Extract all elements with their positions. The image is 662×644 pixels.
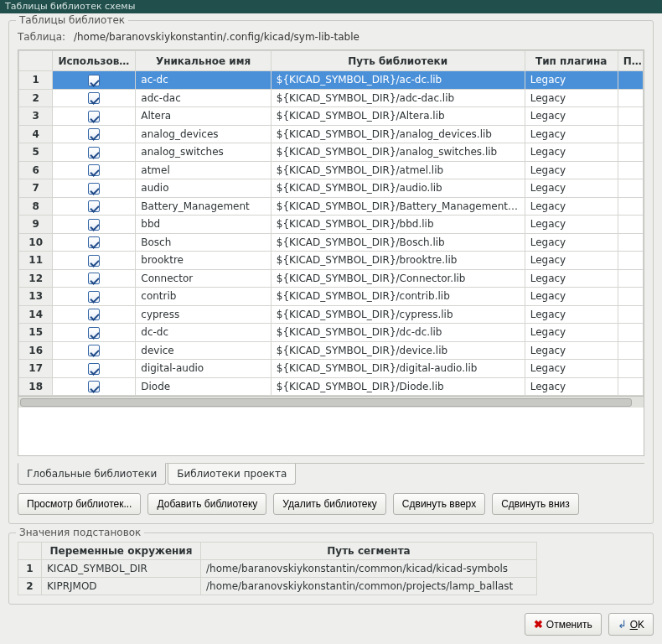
cell-type[interactable]: Legacy (525, 341, 618, 360)
add-button[interactable]: Добавить библиотеку (147, 493, 266, 515)
checkbox-icon[interactable] (88, 147, 100, 158)
cell-type[interactable]: Legacy (525, 197, 618, 216)
table-row[interactable]: 9bbd${KICAD_SYMBOL_DIR}/bbd.libLegacy (19, 216, 644, 234)
table-row[interactable]: 1KICAD_SYMBOL_DIR/home/baranovskiykonsta… (18, 560, 537, 578)
cell-path[interactable]: ${KICAD_SYMBOL_DIR}/atmel.lib (271, 161, 525, 179)
table-row[interactable]: 10Bosch${KICAD_SYMBOL_DIR}/Bosch.libLega… (19, 233, 644, 252)
checkbox-icon[interactable] (88, 183, 100, 195)
cell-type[interactable]: Legacy (525, 233, 618, 252)
cell-use[interactable] (53, 161, 136, 179)
cell-use[interactable] (53, 341, 136, 360)
cell-name[interactable]: dc-dc (136, 324, 272, 342)
cell-path[interactable]: ${KICAD_SYMBOL_DIR}/Altera.lib (271, 107, 525, 126)
row-header[interactable]: 1 (18, 560, 42, 578)
row-header[interactable]: 18 (19, 377, 53, 396)
cell-type[interactable]: Legacy (525, 305, 618, 324)
tab-global[interactable]: Глобальные библиотеки (18, 463, 166, 485)
cell-path[interactable]: ${KICAD_SYMBOL_DIR}/Battery_Management.l… (271, 197, 525, 216)
cell-name[interactable]: Altera (136, 107, 272, 126)
cell-use[interactable] (53, 360, 136, 378)
cell-name[interactable]: contrib (136, 288, 272, 306)
horizontal-scrollbar[interactable] (18, 396, 644, 408)
cell-use[interactable] (53, 252, 136, 270)
cell-type[interactable]: Legacy (525, 125, 618, 143)
checkbox-icon[interactable] (88, 309, 100, 320)
cell-name[interactable]: brooktre (136, 252, 272, 270)
table-row[interactable]: 17digital-audio${KICAD_SYMBOL_DIR}/digit… (19, 360, 644, 378)
cell-path[interactable]: ${KICAD_SYMBOL_DIR}/contrib.lib (271, 288, 525, 306)
checkbox-icon[interactable] (88, 92, 100, 104)
cell-use[interactable] (53, 324, 136, 342)
row-header[interactable]: 8 (19, 197, 53, 216)
cell-path[interactable]: ${KICAD_SYMBOL_DIR}/analog_devices.lib (271, 125, 525, 143)
cell-use[interactable] (53, 89, 136, 107)
ok-button[interactable]: ↲ OK (608, 613, 654, 636)
checkbox-icon[interactable] (88, 381, 100, 392)
cell-type[interactable]: Legacy (525, 377, 618, 396)
cell-pa[interactable] (618, 107, 643, 126)
cell-use[interactable] (53, 125, 136, 143)
table-row[interactable]: 14cypress${KICAD_SYMBOL_DIR}/cypress.lib… (19, 305, 644, 324)
checkbox-icon[interactable] (88, 75, 100, 86)
checkbox-icon[interactable] (88, 273, 100, 284)
cell-path[interactable]: ${KICAD_SYMBOL_DIR}/analog_switches.lib (271, 143, 525, 162)
checkbox-icon[interactable] (88, 164, 100, 176)
table-row[interactable]: 4analog_devices${KICAD_SYMBOL_DIR}/analo… (19, 125, 644, 143)
cell-name[interactable]: adc-dac (136, 89, 272, 107)
cell-use[interactable] (53, 143, 136, 162)
cell-path[interactable]: ${KICAD_SYMBOL_DIR}/cypress.lib (271, 305, 525, 324)
row-header[interactable]: 17 (19, 360, 53, 378)
cell-path[interactable]: ${KICAD_SYMBOL_DIR}/audio.lib (271, 179, 525, 198)
cell-use[interactable] (53, 377, 136, 396)
table-row[interactable]: 2KIPRJMOD/home/baranovskiykonstantin/com… (18, 578, 537, 595)
substitution-grid[interactable]: Переменные окружения Путь сегмента 1KICA… (18, 542, 537, 595)
cell-path[interactable]: ${KICAD_SYMBOL_DIR}/Bosch.lib (271, 233, 525, 252)
checkbox-icon[interactable] (88, 255, 100, 267)
cell-use[interactable] (53, 197, 136, 216)
cell-var[interactable]: KIPRJMOD (42, 578, 201, 595)
cell-seg-path[interactable]: /home/baranovskiykonstantin/common/proje… (201, 578, 537, 595)
cell-name[interactable]: digital-audio (136, 360, 272, 378)
row-header[interactable]: 3 (19, 107, 53, 126)
col-name-header[interactable]: Уникальное имя (136, 51, 272, 71)
cell-path[interactable]: ${KICAD_SYMBOL_DIR}/dc-dc.lib (271, 324, 525, 342)
cell-type[interactable]: Legacy (525, 269, 618, 288)
cell-use[interactable] (53, 288, 136, 306)
row-header[interactable]: 2 (18, 578, 42, 595)
subst-col-var-header[interactable]: Переменные окружения (42, 543, 201, 560)
cell-type[interactable]: Legacy (525, 143, 618, 162)
table-row[interactable]: 13contrib${KICAD_SYMBOL_DIR}/contrib.lib… (19, 288, 644, 306)
tab-project[interactable]: Библиотеки проекта (168, 464, 296, 485)
col-pa-header[interactable]: Па (618, 51, 643, 71)
table-row[interactable]: 1ac-dc${KICAD_SYMBOL_DIR}/ac-dc.libLegac… (19, 71, 644, 90)
cell-pa[interactable] (618, 216, 643, 234)
row-header[interactable]: 10 (19, 233, 53, 252)
checkbox-icon[interactable] (88, 363, 100, 375)
cell-use[interactable] (53, 305, 136, 324)
cell-name[interactable]: Bosch (136, 233, 272, 252)
cell-type[interactable]: Legacy (525, 324, 618, 342)
cell-path[interactable]: ${KICAD_SYMBOL_DIR}/device.lib (271, 341, 525, 360)
col-use-header[interactable]: Использовать (53, 51, 136, 71)
cell-path[interactable]: ${KICAD_SYMBOL_DIR}/ac-dc.lib (271, 71, 525, 90)
table-row[interactable]: 6atmel${KICAD_SYMBOL_DIR}/atmel.libLegac… (19, 161, 644, 179)
cell-name[interactable]: Battery_Management (136, 197, 272, 216)
cell-type[interactable]: Legacy (525, 89, 618, 107)
subst-col-path-header[interactable]: Путь сегмента (201, 543, 537, 560)
cell-use[interactable] (53, 179, 136, 198)
table-row[interactable]: 5analog_switches${KICAD_SYMBOL_DIR}/anal… (19, 143, 644, 162)
cell-path[interactable]: ${KICAD_SYMBOL_DIR}/adc-dac.lib (271, 89, 525, 107)
cell-type[interactable]: Legacy (525, 71, 618, 90)
cell-pa[interactable] (618, 125, 643, 143)
cell-pa[interactable] (618, 305, 643, 324)
cell-pa[interactable] (618, 179, 643, 198)
cell-type[interactable]: Legacy (525, 179, 618, 198)
row-header[interactable]: 1 (19, 71, 53, 90)
cell-use[interactable] (53, 233, 136, 252)
move-down-button[interactable]: Сдвинуть вниз (492, 493, 579, 515)
cell-pa[interactable] (618, 161, 643, 179)
browse-button[interactable]: Просмотр библиотек... (18, 493, 141, 515)
checkbox-icon[interactable] (88, 111, 100, 122)
move-up-button[interactable]: Сдвинуть вверх (393, 493, 485, 515)
row-header[interactable]: 15 (19, 324, 53, 342)
